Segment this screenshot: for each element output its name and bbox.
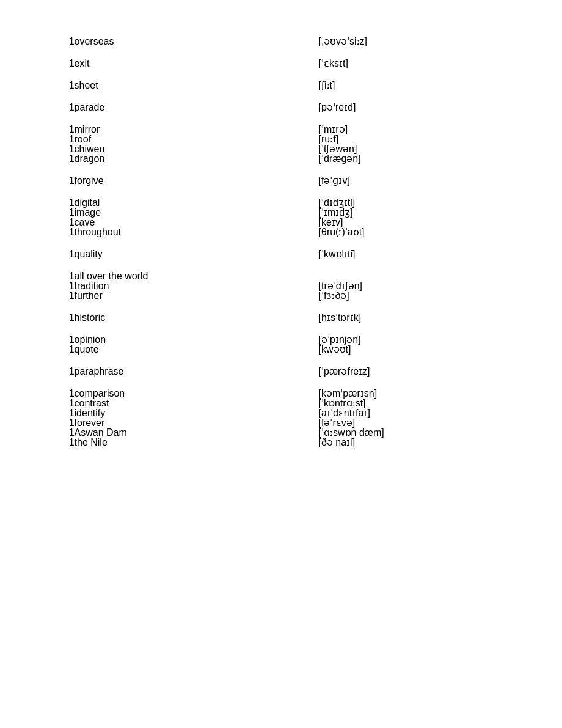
list-item: 1throughout[θru(ː)ˈaʊt] <box>37 227 525 237</box>
item-word: image <box>75 208 319 218</box>
item-number: 1 <box>37 81 75 90</box>
item-phonetic: [ˈɪmɪdʒ] <box>319 208 525 218</box>
item-word: comparison <box>75 389 319 399</box>
item-word: chiwen <box>75 144 319 154</box>
item-word: contrast <box>75 399 319 408</box>
list-item: 1cave[keɪv] <box>37 218 525 227</box>
item-word: mirror <box>75 125 319 134</box>
item-phonetic: [ˈpærəfreɪz] <box>319 367 525 377</box>
item-word: exit <box>75 59 319 68</box>
item-word: overseas <box>75 37 319 46</box>
item-phonetic: [θru(ː)ˈaʊt] <box>319 227 525 237</box>
item-word: paraphrase <box>75 367 319 377</box>
item-word: sheet <box>75 81 319 90</box>
item-number: 1 <box>37 208 75 218</box>
item-phonetic: [ˈdrægən] <box>319 154 525 164</box>
list-item: 1opinion[əˈpɪnjən] <box>37 335 525 345</box>
item-number: 1 <box>37 399 75 408</box>
item-number: 1 <box>37 154 75 164</box>
item-phonetic: [ˈdɪdʒɪtl] <box>319 198 525 208</box>
item-number: 1 <box>37 335 75 345</box>
list-item: 1the Nile[ðə naɪl] <box>37 438 525 447</box>
item-phonetic: [kwəʊt] <box>319 345 525 355</box>
list-item: 1sheet[ʃiːt] <box>37 81 525 90</box>
item-number: 1 <box>37 389 75 399</box>
item-number: 1 <box>37 418 75 428</box>
item-phonetic: [əˈpɪnjən] <box>319 335 525 345</box>
item-number: 1 <box>37 438 75 447</box>
item-phonetic: [ˈtʃəwən] <box>319 144 525 154</box>
item-number: 1 <box>37 227 75 237</box>
list-item: 1chiwen[ˈtʃəwən] <box>37 144 525 154</box>
item-word: historic <box>75 313 319 323</box>
item-word: throughout <box>75 227 319 237</box>
item-number: 1 <box>37 345 75 355</box>
item-word: Aswan Dam <box>75 428 319 438</box>
item-number: 1 <box>37 271 75 281</box>
item-phonetic: [kəmˈpærɪsn] <box>319 389 525 399</box>
list-item: 1digital[ˈdɪdʒɪtl] <box>37 198 525 208</box>
item-phonetic: [fəˈrɛvə] <box>319 418 525 428</box>
list-item: 1comparison[kəmˈpærɪsn] <box>37 389 525 399</box>
vocab-table: 1overseas[ˌəʊvəˈsiːz]1exit[ˈɛksɪt]1sheet… <box>37 37 525 447</box>
item-number: 1 <box>37 281 75 291</box>
item-word: identify <box>75 408 319 418</box>
item-number: 1 <box>37 291 75 301</box>
item-phonetic: [ruːf] <box>319 134 525 144</box>
list-item: 1parade[pəˈreɪd] <box>37 103 525 112</box>
list-item: 1all over the world <box>37 271 525 281</box>
item-number: 1 <box>37 428 75 438</box>
item-number: 1 <box>37 176 75 186</box>
item-word: cave <box>75 218 319 227</box>
item-phonetic: [ˈfɜːðə] <box>319 291 525 301</box>
list-item: 1forever[fəˈrɛvə] <box>37 418 525 428</box>
list-item: 1tradition[trəˈdɪʃən] <box>37 281 525 291</box>
item-phonetic: [keɪv] <box>319 218 525 227</box>
item-phonetic: [hɪsˈtɒrɪk] <box>319 313 525 323</box>
item-number: 1 <box>37 103 75 112</box>
item-number: 1 <box>37 249 75 259</box>
list-item: 1forgive[fəˈɡɪv] <box>37 176 525 186</box>
list-item: 1mirror[ˈmɪrə] <box>37 125 525 134</box>
item-phonetic: [aɪˈdɛntɪfaɪ] <box>319 408 525 418</box>
item-number: 1 <box>37 59 75 68</box>
list-item: 1quality[ˈkwɒlɪti] <box>37 249 525 259</box>
item-word: further <box>75 291 319 301</box>
list-item: 1dragon[ˈdrægən] <box>37 154 525 164</box>
list-item: 1identify[aɪˈdɛntɪfaɪ] <box>37 408 525 418</box>
item-number: 1 <box>37 408 75 418</box>
item-phonetic: [ˌəʊvəˈsiːz] <box>319 37 525 46</box>
vocab-list: 1overseas[ˌəʊvəˈsiːz]1exit[ˈɛksɪt]1sheet… <box>37 37 525 447</box>
list-item: 1quote[kwəʊt] <box>37 345 525 355</box>
item-phonetic <box>319 271 525 281</box>
list-item: 1historic[hɪsˈtɒrɪk] <box>37 313 525 323</box>
item-number: 1 <box>37 134 75 144</box>
item-word: roof <box>75 134 319 144</box>
item-word: forgive <box>75 176 319 186</box>
item-phonetic: [fəˈɡɪv] <box>319 176 525 186</box>
list-item: 1Aswan Dam[ˈɑːswɒn dæm] <box>37 428 525 438</box>
item-word: all over the world <box>75 271 319 281</box>
item-number: 1 <box>37 367 75 377</box>
list-item: 1paraphrase[ˈpærəfreɪz] <box>37 367 525 377</box>
item-word: quote <box>75 345 319 355</box>
item-word: dragon <box>75 154 319 164</box>
item-phonetic: [pəˈreɪd] <box>319 103 525 112</box>
item-phonetic: [trəˈdɪʃən] <box>319 281 525 291</box>
item-word: quality <box>75 249 319 259</box>
item-phonetic: [ðə naɪl] <box>319 438 525 447</box>
item-number: 1 <box>37 313 75 323</box>
item-phonetic: [ˈɛksɪt] <box>319 59 525 68</box>
list-item: 1image[ˈɪmɪdʒ] <box>37 208 525 218</box>
list-item: 1exit[ˈɛksɪt] <box>37 59 525 68</box>
item-word: digital <box>75 198 319 208</box>
item-number: 1 <box>37 218 75 227</box>
item-word: tradition <box>75 281 319 291</box>
item-phonetic: [ˈmɪrə] <box>319 125 525 134</box>
item-number: 1 <box>37 198 75 208</box>
item-number: 1 <box>37 125 75 134</box>
list-item: 1contrast[ˈkɒntrɑːst] <box>37 399 525 408</box>
item-word: opinion <box>75 335 319 345</box>
list-item: 1overseas[ˌəʊvəˈsiːz] <box>37 37 525 46</box>
item-word: parade <box>75 103 319 112</box>
